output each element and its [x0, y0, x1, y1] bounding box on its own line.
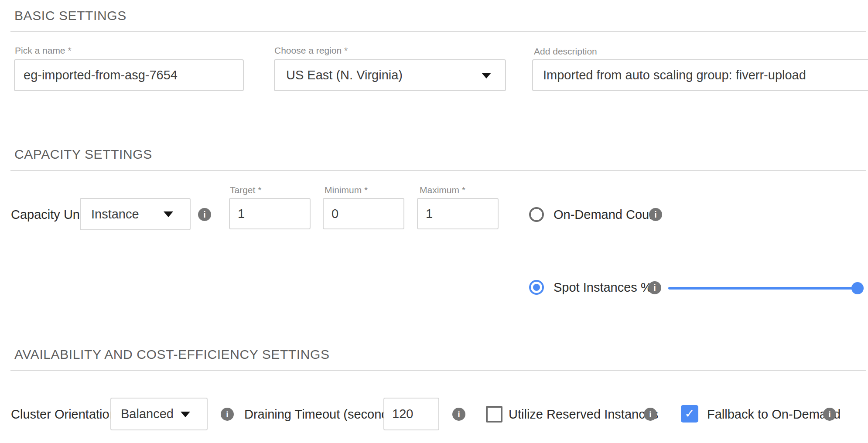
- capacity-settings-title: CAPACITY SETTINGS: [14, 147, 152, 162]
- capacity-settings-divider: [10, 170, 866, 171]
- target-label: Target *: [230, 184, 261, 196]
- fallback-to-on-demand-label: Fallback to On-Demand: [707, 407, 841, 422]
- spot-instances-label: Spot Instances %: [554, 280, 652, 295]
- on-demand-count-info-icon[interactable]: i: [649, 208, 662, 221]
- region-select[interactable]: US East (N. Virginia): [274, 59, 506, 91]
- settings-form: BASIC SETTINGS Pick a name * Choose a re…: [0, 0, 868, 443]
- chevron-down-icon: [181, 412, 190, 417]
- maximum-input[interactable]: [417, 198, 499, 229]
- cluster-orientation-info-icon[interactable]: i: [221, 408, 234, 421]
- minimum-input[interactable]: [323, 198, 404, 229]
- fallback-to-on-demand-checkbox[interactable]: ✓: [681, 405, 698, 423]
- draining-timeout-input[interactable]: [383, 398, 439, 430]
- capacity-unit-label: Capacity Unit: [11, 207, 86, 222]
- spot-instances-radio[interactable]: [529, 280, 544, 295]
- chevron-down-icon: [482, 73, 491, 78]
- cluster-orientation-select[interactable]: Balanced: [110, 398, 208, 430]
- cluster-orientation-select-value: Balanced: [111, 407, 174, 421]
- chevron-down-icon: [164, 211, 173, 217]
- on-demand-count-radio[interactable]: [529, 207, 544, 222]
- spot-instances-info-icon[interactable]: i: [648, 281, 661, 294]
- basic-settings-title: BASIC SETTINGS: [14, 8, 126, 24]
- basic-settings-divider: [10, 31, 866, 32]
- name-label: Pick a name *: [15, 45, 72, 56]
- region-select-value: US East (N. Virginia): [275, 68, 403, 82]
- maximum-label: Maximum *: [420, 184, 465, 196]
- draining-timeout-label: Draining Timeout (seconds): [244, 407, 399, 422]
- draining-timeout-info-icon[interactable]: i: [452, 408, 465, 421]
- on-demand-count-label: On-Demand Count: [554, 207, 660, 222]
- capacity-unit-info-icon[interactable]: i: [198, 208, 211, 221]
- availability-settings-divider: [10, 370, 866, 371]
- fallback-to-on-demand-info-icon[interactable]: i: [823, 408, 836, 421]
- spot-percentage-slider-thumb[interactable]: [851, 282, 864, 294]
- utilize-reserved-instances-checkbox[interactable]: ✓: [486, 406, 502, 423]
- capacity-unit-select-value: Instance: [81, 207, 139, 222]
- availability-settings-title: AVAILABILITY AND COST-EFFICIENCY SETTING…: [14, 347, 330, 362]
- target-input[interactable]: [229, 198, 311, 229]
- radio-dot: [533, 284, 540, 291]
- capacity-unit-select[interactable]: Instance: [80, 198, 191, 230]
- minimum-label: Minimum *: [325, 184, 368, 196]
- utilize-reserved-instances-info-icon[interactable]: i: [644, 408, 657, 421]
- check-icon: ✓: [684, 408, 694, 420]
- cluster-orientation-label: Cluster Orientation: [11, 407, 116, 422]
- spot-percentage-slider[interactable]: [668, 287, 858, 290]
- description-input[interactable]: [532, 59, 868, 91]
- utilize-reserved-instances-label: Utilize Reserved Instances: [509, 407, 658, 422]
- region-label: Choose a region *: [274, 45, 348, 56]
- description-label: Add description: [534, 46, 597, 57]
- name-input[interactable]: [14, 59, 244, 91]
